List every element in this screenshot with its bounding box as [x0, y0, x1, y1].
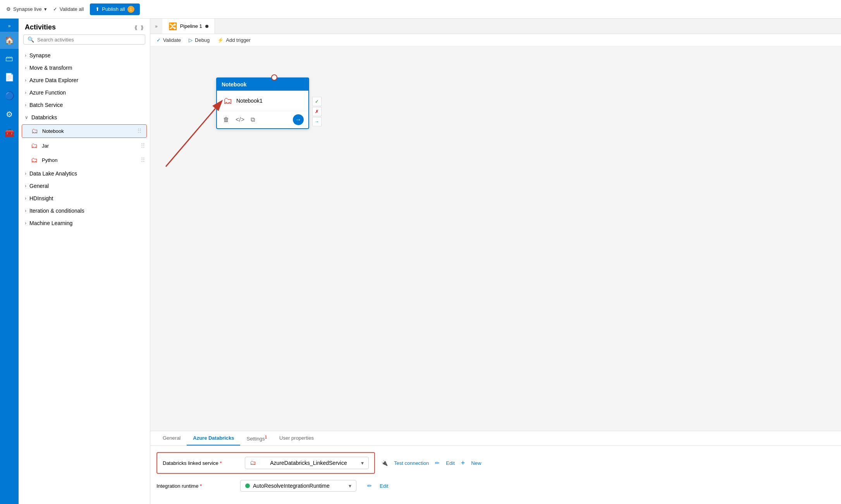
search-icon: 🔍 — [28, 36, 34, 43]
python-activity-item[interactable]: 🗂 Python ⠿ — [19, 153, 150, 167]
chevron-down-icon: ▾ — [44, 6, 47, 12]
databricks-select-icon: 🗂 — [250, 459, 256, 466]
user-properties-tab[interactable]: User properties — [273, 431, 320, 446]
azure-databricks-tab[interactable]: Azure Databricks — [187, 431, 240, 446]
navigate-button[interactable]: → — [293, 114, 304, 125]
data-icon[interactable]: 🗃 — [0, 50, 19, 67]
notebook-card: Notebook 🗂 Notebook1 🗑 </> ⧉ → — [216, 77, 309, 129]
synapse-group-label: Synapse — [29, 52, 50, 58]
settings-tab-label: Settings — [246, 436, 265, 442]
debug-icon: ▷ — [189, 37, 193, 43]
data-lake-group-header[interactable]: › Data Lake Analytics — [19, 167, 150, 180]
data-lake-group-label: Data Lake Analytics — [29, 170, 77, 177]
debug-button[interactable]: ▷ Debug — [189, 37, 210, 43]
pipeline-icon: 🔀 — [169, 22, 177, 31]
user-properties-tab-label: User properties — [279, 435, 314, 441]
linked-service-label-text: Databricks linked service — [163, 460, 218, 466]
pipeline-tab-label: Pipeline 1 — [180, 23, 202, 29]
edit-runtime-button[interactable]: Edit — [380, 483, 388, 489]
jar-activity-item[interactable]: 🗂 Jar ⠿ — [19, 139, 150, 153]
linked-service-select[interactable]: 🗂 AzureDatabricks_LinkedService ▾ — [245, 457, 369, 469]
azure-function-group-header[interactable]: › Azure Function — [19, 86, 150, 99]
integration-runtime-select[interactable]: AutoResolveIntegrationRuntime ▾ — [240, 480, 356, 492]
databricks-group-header[interactable]: ∨ Databricks — [19, 111, 150, 124]
edit-linked-service-label: Edit — [446, 460, 454, 466]
activity-group-data-lake: › Data Lake Analytics — [19, 167, 150, 180]
synapse-group-header[interactable]: › Synapse — [19, 49, 150, 62]
validate-icon: ✓ — [53, 6, 57, 12]
canvas-container[interactable]: Notebook 🗂 Notebook1 🗑 </> ⧉ → ✓ — [150, 46, 841, 431]
drag-handle-icon: ⠿ — [137, 127, 142, 135]
code-view-button[interactable]: </> — [234, 115, 246, 125]
trigger-icon: ⚡ — [217, 37, 224, 43]
new-linked-service-label: New — [471, 460, 481, 466]
bottom-content: Databricks linked service * 🗂 AzureDatab… — [150, 446, 841, 504]
search-input[interactable] — [37, 37, 141, 43]
linked-service-value: AzureDatabricks_LinkedService — [270, 460, 347, 466]
activities-panel: Activities ⟪ ⟫ 🔍 › Synapse › Move & tran… — [19, 19, 150, 504]
hdinsight-group-header[interactable]: › HDInsight — [19, 192, 150, 205]
linked-service-label: Databricks linked service * — [163, 460, 240, 466]
activities-header: Activities ⟪ ⟫ — [19, 19, 150, 34]
home-icon[interactable]: 🏠 — [0, 32, 19, 49]
fail-action-btn[interactable]: ✗ — [312, 107, 322, 116]
right-content: » 🔀 Pipeline 1 ✓ Validate ▷ Debug ⚡ Add … — [150, 19, 841, 504]
chevron-right-icon: › — [25, 171, 26, 176]
azure-data-explorer-group-header[interactable]: › Azure Data Explorer — [19, 74, 150, 86]
integrate-icon[interactable]: 🔵 — [0, 87, 19, 104]
chevron-right-icon: › — [25, 102, 26, 108]
azure-function-group-label: Azure Function — [29, 89, 66, 96]
delete-activity-button[interactable]: 🗑 — [222, 115, 231, 125]
hdinsight-group-label: HDInsight — [29, 195, 53, 201]
batch-service-group-header[interactable]: › Batch Service — [19, 99, 150, 111]
activity-group-iteration: › Iteration & conditionals — [19, 205, 150, 217]
general-group-header[interactable]: › General — [19, 180, 150, 192]
validate-all-item[interactable]: ✓ Validate all — [53, 6, 84, 12]
jar-activity-icon: 🗂 — [31, 142, 38, 150]
machine-learning-group-header[interactable]: › Machine Learning — [19, 217, 150, 229]
pipeline-expand-btn[interactable]: » — [153, 22, 159, 31]
general-tab[interactable]: General — [157, 431, 187, 446]
settings-badge: 1 — [265, 435, 267, 439]
settings-tab[interactable]: Settings1 — [240, 431, 273, 446]
publish-icon: ⬆ — [95, 6, 100, 12]
edit-linked-service-button[interactable]: Edit — [446, 460, 454, 466]
debug-label: Debug — [195, 37, 210, 43]
integration-runtime-required: * — [200, 483, 202, 489]
monitor-icon[interactable]: ⚙ — [0, 106, 19, 123]
test-connection-button[interactable]: Test connection — [394, 460, 429, 466]
sidebar-expand-btn[interactable]: » — [7, 22, 12, 30]
linked-service-row: Databricks linked service * 🗂 AzureDatab… — [157, 452, 835, 474]
develop-icon[interactable]: 📄 — [0, 69, 19, 86]
complete-action-btn[interactable]: → — [312, 117, 322, 126]
add-trigger-button[interactable]: ⚡ Add trigger — [217, 37, 251, 43]
manage-icon[interactable]: 🧰 — [0, 124, 19, 141]
validate-button[interactable]: ✓ Validate — [157, 37, 181, 43]
notebook-card-body: 🗂 Notebook1 — [217, 91, 308, 111]
new-linked-service-button[interactable]: New — [471, 460, 481, 466]
runtime-chevron-icon: ▾ — [349, 483, 351, 489]
main-layout: » 🏠 🗃 📄 🔵 ⚙ 🧰 Activities ⟪ ⟫ 🔍 › Synapse — [0, 19, 841, 504]
copy-activity-button[interactable]: ⧉ — [249, 115, 256, 125]
databricks-icon: 🗂 — [223, 95, 232, 106]
expand-all-icon[interactable]: ⟫ — [141, 24, 144, 31]
chevron-right-icon: › — [25, 77, 26, 83]
chevron-right-icon: › — [25, 196, 26, 201]
collapse-all-icon[interactable]: ⟪ — [134, 24, 138, 31]
general-tab-label: General — [163, 435, 181, 441]
iteration-group-header[interactable]: › Iteration & conditionals — [19, 205, 150, 217]
test-connection-icon: 🔌 — [381, 460, 388, 466]
activity-group-databricks: ∨ Databricks 🗂 Notebook ⠿ 🗂 Jar ⠿ 🗂 Pyth… — [19, 111, 150, 167]
integration-runtime-row: Integration runtime * AutoResolveIntegra… — [157, 480, 835, 492]
notebook-activity-item[interactable]: 🗂 Notebook ⠿ — [22, 124, 147, 138]
move-transform-group-header[interactable]: › Move & transform — [19, 62, 150, 74]
publish-all-button[interactable]: ⬆ Publish all 1 — [90, 3, 139, 15]
synapse-live-item[interactable]: ⚙ Synapse live ▾ — [6, 6, 47, 12]
python-activity-label: Python — [42, 157, 57, 163]
search-box[interactable]: 🔍 — [23, 34, 145, 45]
validate-label: Validate — [163, 37, 181, 43]
icon-sidebar: » 🏠 🗃 📄 🔵 ⚙ 🧰 — [0, 19, 19, 504]
pipeline1-tab[interactable]: 🔀 Pipeline 1 — [162, 19, 215, 34]
success-action-btn[interactable]: ✓ — [312, 97, 322, 106]
drag-handle-icon: ⠿ — [141, 142, 145, 150]
